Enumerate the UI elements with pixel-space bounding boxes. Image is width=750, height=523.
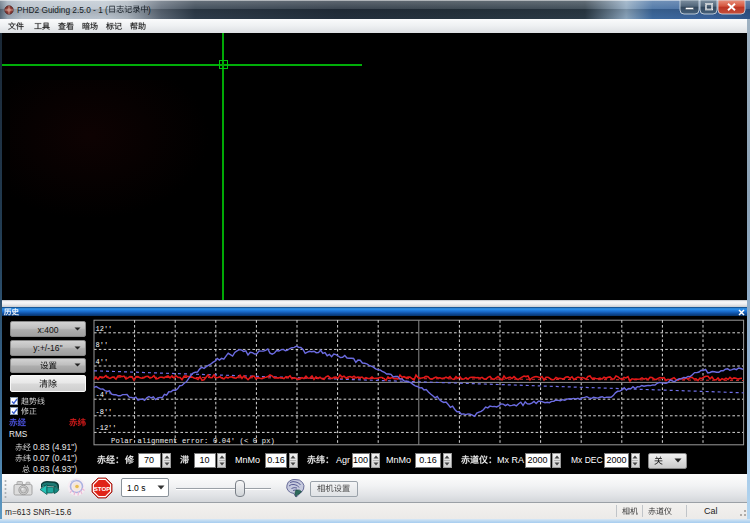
svg-text:8'': 8'': [96, 341, 109, 349]
svg-text:-8'': -8'': [96, 408, 113, 416]
svg-text:-12'': -12'': [96, 424, 117, 432]
svg-text:4'': 4'': [96, 358, 109, 366]
svg-text:12'': 12'': [96, 325, 113, 333]
svg-text:STOP: STOP: [94, 485, 111, 492]
svg-text:Polar alignment error: 0.04' (: Polar alignment error: 0.04' (< 0 px): [111, 437, 275, 445]
